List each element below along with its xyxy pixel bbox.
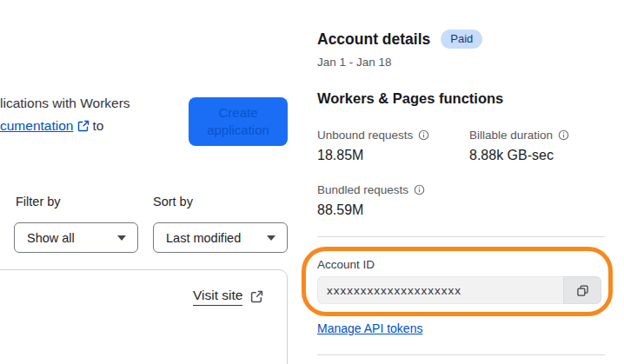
page-title: Account details [317,30,430,49]
filter-dropdown-value: Show all [27,231,75,245]
copy-icon [576,284,589,297]
account-id-label: Account ID [317,258,606,271]
project-card [0,269,288,364]
divider [317,236,605,237]
metric-unbound-requests: Unbound requests 18.85M [317,129,469,163]
filter-by-label: Filter by [16,195,61,208]
info-icon[interactable] [414,184,425,195]
account-details-panel: Account details Paid Jan 1 - Jan 18 Work… [317,0,606,355]
filter-dropdown[interactable]: Show all [14,222,138,253]
manage-api-tokens-link[interactable]: Manage API tokens [317,321,422,335]
metric-bundled-requests: Bundled requests 88.59M [317,183,469,218]
info-icon[interactable] [558,129,569,141]
visit-site-row: Visit site [193,288,263,306]
external-link-icon [77,120,90,132]
paid-badge: Paid [441,30,482,49]
metric-value: 88.59M [317,202,469,218]
metric-value: 8.88k GB-sec [469,148,606,163]
copy-button[interactable] [563,276,601,304]
date-range: Jan 1 - Jan 18 [317,56,606,69]
divider [317,354,605,355]
account-id-input[interactable] [317,276,563,304]
documentation-link[interactable]: cumentation [0,118,73,133]
intro-line1: lications with Workers [0,96,130,110]
sort-dropdown[interactable]: Last modified [153,222,288,253]
sort-by-label: Sort by [153,195,193,208]
metric-label: Bundled requests [317,183,408,196]
info-icon[interactable] [418,129,429,141]
chevron-down-icon [117,235,126,241]
visit-site-link[interactable]: Visit site [193,288,242,306]
section-title: Workers & Pages functions [317,90,606,107]
external-link-icon [250,290,263,303]
workers-intro-text: lications with Workers cumentationto [0,92,130,137]
metric-label: Billable duration [469,129,553,142]
account-details-header: Account details Paid [317,30,606,49]
metric-label: Unbound requests [317,129,413,142]
metric-billable-duration: Billable duration 8.88k GB-sec [469,129,606,163]
create-application-button[interactable]: Create application [189,97,288,146]
intro-after-link: to [92,118,103,133]
metric-value: 18.85M [317,148,469,163]
sort-dropdown-value: Last modified [166,231,241,245]
chevron-down-icon [267,235,275,241]
metrics-grid: Unbound requests 18.85M Billable duratio… [317,129,606,218]
account-id-field-group [317,276,601,304]
